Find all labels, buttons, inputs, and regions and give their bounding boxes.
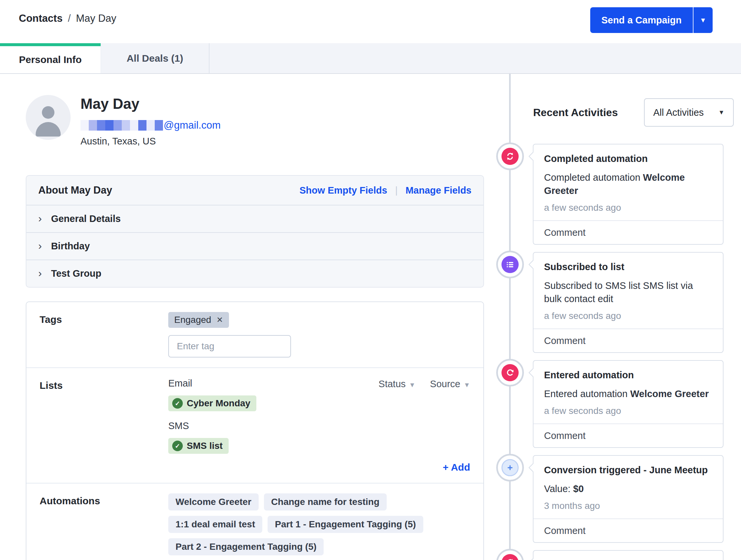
add-list-link[interactable]: + Add	[443, 462, 470, 473]
activity-item: Conversion triggered - June MeetupValue:…	[496, 455, 734, 543]
show-empty-fields-link[interactable]: Show Empty Fields	[299, 185, 387, 196]
card-notch	[529, 152, 533, 161]
breadcrumb: Contacts / May Day	[19, 12, 117, 24]
tag-chip[interactable]: Engaged✕	[168, 312, 229, 328]
comment-button[interactable]: Comment	[534, 518, 723, 542]
activity-title: Completed automation	[544, 153, 712, 164]
contact-location: Austin, Texas, US	[80, 136, 221, 147]
breadcrumb-contacts[interactable]: Contacts	[19, 12, 63, 24]
activity-title: Entered automation	[544, 369, 712, 380]
about-card: About May Day Show Empty Fields | Manage…	[26, 175, 484, 288]
remove-tag-icon[interactable]: ✕	[216, 315, 223, 325]
activity-item: Completed automationCompleted automation…	[496, 550, 734, 560]
chevron-right-icon: ›	[38, 268, 42, 278]
tag-input[interactable]	[168, 335, 291, 357]
chevron-down-icon: ▼	[700, 16, 706, 24]
redaction-block	[155, 120, 163, 131]
content-area: May Day @gmail.com Austin, Texas, US Abo…	[0, 74, 741, 560]
actions-divider: |	[395, 185, 398, 196]
lists-filters: Status▼ Source▼	[379, 378, 470, 390]
card-notch	[529, 368, 533, 377]
activity-description: Entered automation Welcome Greeter	[544, 387, 712, 400]
status-filter-dropdown[interactable]: Status▼	[379, 378, 415, 390]
sync-icon	[501, 554, 519, 560]
automation-chip[interactable]: Part 2 - Engagement Tagging (5)	[168, 538, 324, 555]
automation-chip[interactable]: 1:1 deal email test	[168, 516, 262, 533]
activity-timestamp: a few seconds ago	[544, 406, 712, 416]
activity-icon-ring	[496, 454, 524, 482]
activities-filter-dropdown[interactable]: All Activities ▼	[644, 98, 734, 127]
about-section-label: Birthday	[51, 241, 90, 252]
automation-chip[interactable]: Welcome Greeter	[168, 493, 259, 510]
automations-row: Automations Welcome GreeterChange name f…	[26, 483, 483, 560]
redaction-block	[97, 120, 105, 131]
chevron-down-icon: ▼	[464, 381, 470, 389]
comment-button[interactable]: Comment	[534, 220, 723, 244]
activity-title: Conversion triggered - June Meetup	[544, 464, 712, 476]
manage-fields-link[interactable]: Manage Fields	[405, 185, 471, 196]
activity-timestamp: a few seconds ago	[544, 203, 712, 213]
tag-chip-label: Engaged	[174, 314, 211, 325]
comment-button[interactable]: Comment	[534, 329, 723, 352]
automation-chip[interactable]: Change name for testing	[264, 493, 387, 510]
lists-label: Lists	[40, 378, 168, 473]
redaction-block	[146, 120, 155, 131]
page-header: Contacts / May Day Send a Campaign ▼	[0, 0, 741, 43]
list-badge[interactable]: ✓Cyber Monday	[168, 396, 256, 411]
plus-icon	[501, 459, 519, 476]
tab-personal-info[interactable]: Personal Info	[0, 43, 100, 73]
source-filter-dropdown[interactable]: Source▼	[430, 378, 470, 390]
about-title: About May Day	[38, 184, 112, 196]
comment-button[interactable]: Comment	[534, 423, 723, 447]
activity-icon-ring	[496, 359, 524, 387]
redaction-block	[80, 120, 89, 131]
redaction-block	[130, 120, 138, 131]
sync-icon	[501, 148, 519, 165]
about-section-test-group[interactable]: ›Test Group	[26, 260, 483, 287]
redaction-block	[89, 120, 97, 131]
contact-email[interactable]: @gmail.com	[80, 119, 221, 131]
chevron-down-icon: ▼	[409, 381, 416, 389]
redaction-block	[114, 120, 122, 131]
contact-name: May Day	[80, 96, 221, 112]
tab-strip: Personal Info All Deals (1)	[0, 43, 741, 74]
breadcrumb-separator: /	[68, 12, 71, 24]
breadcrumb-current-contact: May Day	[76, 12, 116, 24]
automations-label: Automations	[40, 493, 168, 560]
activity-description: Value: $0	[544, 482, 712, 495]
check-icon: ✓	[172, 441, 183, 451]
activity-card: Entered automationEntered automation Wel…	[533, 360, 724, 448]
activity-item: Completed automationCompleted automation…	[496, 144, 734, 245]
activity-description: Subscribed to SMS list SMS list via bulk…	[544, 279, 712, 305]
send-campaign-button[interactable]: Send a Campaign	[590, 7, 693, 33]
automation-chip[interactable]: Part 1 - Engagement Tagging (5)	[268, 516, 423, 533]
about-section-birthday[interactable]: ›Birthday	[26, 232, 483, 260]
enter-icon	[501, 364, 519, 381]
list-badge-row: ✓SMS list	[168, 438, 470, 454]
send-campaign-dropdown-button[interactable]: ▼	[693, 7, 713, 33]
list-badge-label: SMS list	[187, 441, 223, 451]
tab-all-deals[interactable]: All Deals (1)	[100, 43, 209, 73]
list-badge-row: ✓Cyber Monday	[168, 396, 470, 411]
email-domain[interactable]: @gmail.com	[163, 119, 221, 131]
recent-activities-title: Recent Activities	[533, 107, 618, 119]
contact-attributes-card: Tags Engaged✕ Lists Status▼ Source▼ Emai…	[26, 301, 484, 560]
list-icon	[501, 256, 519, 273]
about-section-general-details[interactable]: ›General Details	[26, 205, 483, 232]
chevron-down-icon: ▼	[718, 109, 725, 116]
chevron-right-icon: ›	[38, 213, 42, 224]
card-notch	[529, 558, 533, 560]
redacted-email-blur	[80, 120, 163, 131]
chevron-right-icon: ›	[38, 240, 42, 251]
redaction-block	[122, 120, 130, 131]
activity-icon-ring	[496, 251, 524, 278]
activity-card: Completed automationCompleted automation…	[533, 144, 724, 245]
activity-card: Subscribed to listSubscribed to SMS list…	[533, 252, 724, 353]
list-badge[interactable]: ✓SMS list	[168, 438, 229, 454]
activity-timestamp: 3 months ago	[544, 501, 712, 511]
activity-card: Completed automationCompleted automation…	[533, 550, 724, 560]
contact-summary: May Day @gmail.com Austin, Texas, US	[26, 95, 484, 147]
list-channel-label: SMS	[168, 420, 470, 431]
avatar	[26, 95, 71, 140]
activity-description: Completed automation Welcome Greeter	[544, 171, 712, 197]
